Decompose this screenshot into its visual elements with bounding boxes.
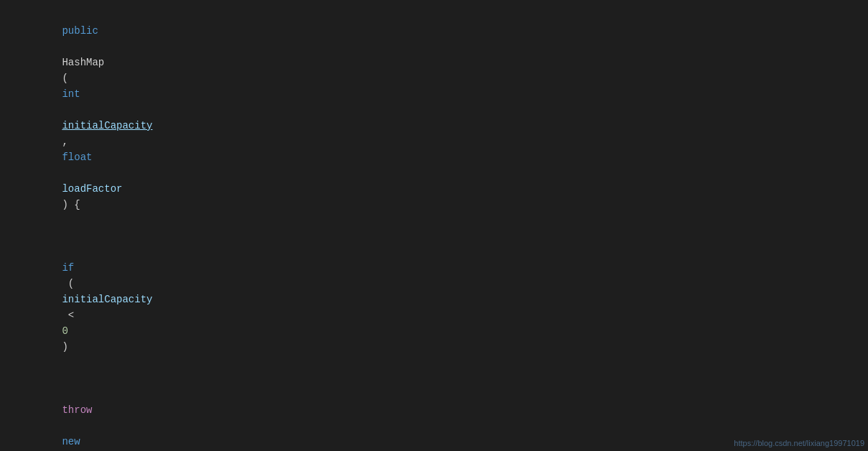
method-name: HashMap [62, 57, 104, 68]
code-area: public HashMap ( int initialCapacity , f… [0, 0, 868, 451]
number-0: 0 [62, 325, 67, 337]
keyword-float: float [62, 152, 92, 163]
param-initialCapacity: initialCapacity [62, 120, 152, 131]
keyword-throw: throw [62, 404, 92, 416]
param-ref: initialCapacity [62, 294, 152, 305]
keyword-new: new [62, 436, 80, 447]
code-line: if ( initialCapacity < 0 ) [0, 228, 868, 371]
param-loadFactor: loadFactor [62, 183, 122, 195]
keyword-int: int [62, 88, 80, 100]
keyword-if: if [62, 262, 74, 274]
keyword-public: public [62, 25, 98, 37]
code-line: public HashMap ( int initialCapacity , f… [0, 7, 868, 228]
watermark: https://blog.csdn.net/lixiang19971019 [734, 439, 864, 447]
